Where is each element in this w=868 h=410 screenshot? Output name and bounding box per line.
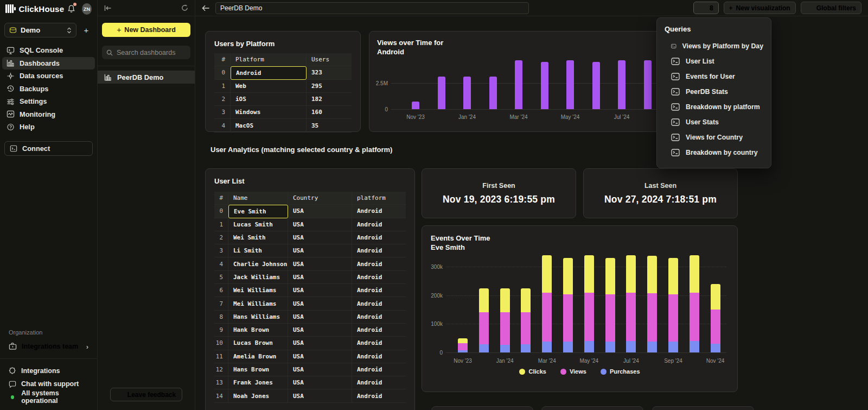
events-bar-segment-purchases[interactable]: [479, 344, 489, 352]
events-bar-segment-clicks[interactable]: [521, 288, 531, 313]
events-bar-segment-views[interactable]: [500, 312, 510, 344]
table-row[interactable]: 12Hans BrownUSAAndroid: [214, 363, 406, 376]
sidebar-item-help[interactable]: Help: [2, 121, 95, 134]
table-cell[interactable]: 11: [214, 350, 228, 363]
new-dashboard-button[interactable]: + New Dashboard: [102, 23, 190, 37]
dashboard-title-input[interactable]: [215, 2, 529, 14]
table-cell[interactable]: Android: [352, 389, 406, 402]
table-cell[interactable]: Wei Smith: [228, 231, 288, 244]
table-cell[interactable]: Android: [352, 324, 406, 337]
events-bar-segment-clicks[interactable]: [626, 255, 636, 292]
query-menu-item[interactable]: Events for User: [665, 69, 763, 84]
events-bar-segment-clicks[interactable]: [668, 258, 678, 294]
events-bar-segment-purchases[interactable]: [711, 344, 720, 352]
views-bar[interactable]: [489, 77, 497, 109]
query-menu-item[interactable]: Breakdown by platform: [665, 99, 763, 115]
table-cell[interactable]: 6: [214, 284, 228, 297]
table-cell[interactable]: Hans Williams: [228, 311, 288, 324]
queries-toggle-button[interactable]: 8: [693, 2, 719, 14]
events-bar-segment-purchases[interactable]: [500, 345, 510, 352]
events-bar-segment-clicks[interactable]: [605, 258, 615, 294]
views-bar[interactable]: [592, 62, 600, 109]
events-bar-segment-views[interactable]: [563, 294, 573, 342]
sidebar-item-monitoring[interactable]: Monitoring: [2, 108, 95, 121]
table-cell[interactable]: Lucas Smith: [228, 218, 288, 231]
table-cell[interactable]: Hans Brown: [228, 363, 288, 376]
table-cell[interactable]: 3: [214, 106, 231, 119]
table-row[interactable]: 7Mei WilliamsUSAAndroid: [214, 297, 406, 310]
table-cell[interactable]: Charlie Johnson: [228, 257, 288, 270]
table-row[interactable]: 3Windows160: [214, 106, 352, 119]
views-bar[interactable]: [644, 60, 652, 109]
system-status-item[interactable]: All systems operational: [4, 390, 93, 403]
chat-support-item[interactable]: Chat with support: [4, 377, 93, 390]
table-cell[interactable]: USA: [288, 337, 352, 350]
events-bar-segment-views[interactable]: [458, 343, 468, 350]
views-bar[interactable]: [618, 60, 626, 109]
table-row[interactable]: 1Lucas SmithUSAAndroid: [214, 218, 406, 231]
events-bar-segment-views[interactable]: [479, 312, 489, 344]
table-cell[interactable]: 323: [307, 66, 352, 79]
table-cell[interactable]: USA: [288, 324, 352, 337]
notifications-button[interactable]: [67, 4, 75, 13]
table-cell[interactable]: MacOS: [231, 119, 307, 132]
table-cell[interactable]: 0: [214, 66, 231, 79]
table-cell[interactable]: 1: [214, 80, 231, 93]
events-bar-segment-clicks[interactable]: [563, 258, 573, 294]
table-cell[interactable]: Android: [352, 297, 406, 310]
views-bar[interactable]: [412, 102, 419, 109]
table-cell[interactable]: 0: [214, 205, 228, 218]
table-cell[interactable]: 182: [307, 93, 352, 106]
dashboard-search[interactable]: [102, 46, 190, 59]
table-row[interactable]: 8Hans WilliamsUSAAndroid: [214, 311, 406, 324]
views-bar[interactable]: [438, 77, 445, 109]
events-bar-segment-clicks[interactable]: [711, 284, 720, 310]
table-cell[interactable]: 14: [214, 389, 228, 402]
table-cell[interactable]: 3: [214, 244, 228, 257]
table-cell[interactable]: Android: [352, 271, 406, 284]
events-bar-segment-clicks[interactable]: [690, 255, 699, 292]
table-row[interactable]: 1Web295: [214, 80, 352, 93]
table-cell[interactable]: Android: [352, 350, 406, 363]
table-cell[interactable]: USA: [288, 376, 352, 389]
events-bar-segment-views[interactable]: [690, 293, 699, 341]
refresh-icon[interactable]: [181, 4, 188, 11]
legend-item-purchases[interactable]: Purchases: [601, 368, 640, 375]
avatar[interactable]: ZN: [82, 3, 92, 15]
table-cell[interactable]: Windows: [231, 106, 307, 119]
events-bar-segment-clicks[interactable]: [647, 256, 657, 293]
views-bar[interactable]: [541, 62, 548, 109]
events-bar-segment-purchases[interactable]: [605, 342, 615, 352]
table-cell[interactable]: Android: [352, 231, 406, 244]
events-bar-segment-purchases[interactable]: [458, 350, 468, 352]
table-cell[interactable]: Hank Brown: [228, 324, 288, 337]
table-row[interactable]: 11Amelia BrownUSAAndroid: [214, 350, 406, 363]
table-cell[interactable]: USA: [288, 231, 352, 244]
events-bar-segment-views[interactable]: [605, 294, 615, 342]
table-row[interactable]: 13Frank JonesUSAAndroid: [214, 376, 406, 389]
events-bar-segment-purchases[interactable]: [563, 342, 573, 352]
table-cell[interactable]: USA: [288, 297, 352, 310]
table-cell[interactable]: 8: [214, 311, 228, 324]
legend-item-views[interactable]: Views: [560, 368, 586, 375]
table-cell[interactable]: Android: [352, 311, 406, 324]
sidebar-item-settings[interactable]: Settings: [2, 95, 95, 108]
table-cell[interactable]: USA: [288, 271, 352, 284]
query-menu-item[interactable]: Views for Country: [665, 130, 763, 145]
sidebar-item-data-sources[interactable]: Data sources: [2, 70, 95, 83]
legend-item-clicks[interactable]: Clicks: [519, 368, 546, 375]
sidebar-item-sql-console[interactable]: SQL Console: [2, 44, 95, 57]
events-bar-segment-views[interactable]: [647, 293, 657, 342]
events-bar-segment-purchases[interactable]: [542, 342, 552, 352]
events-bar-segment-clicks[interactable]: [584, 255, 594, 292]
table-cell[interactable]: USA: [288, 205, 352, 218]
table-cell[interactable]: USA: [288, 389, 352, 402]
leave-feedback-button[interactable]: Leave feedback: [110, 388, 182, 401]
table-cell[interactable]: 9: [214, 324, 228, 337]
events-bar-segment-views[interactable]: [626, 293, 636, 341]
table-cell[interactable]: 2: [214, 231, 228, 244]
table-cell[interactable]: Android: [352, 363, 406, 376]
events-bar-segment-views[interactable]: [521, 312, 531, 344]
table-cell[interactable]: Android: [352, 244, 406, 257]
events-bar-segment-views[interactable]: [584, 293, 594, 341]
